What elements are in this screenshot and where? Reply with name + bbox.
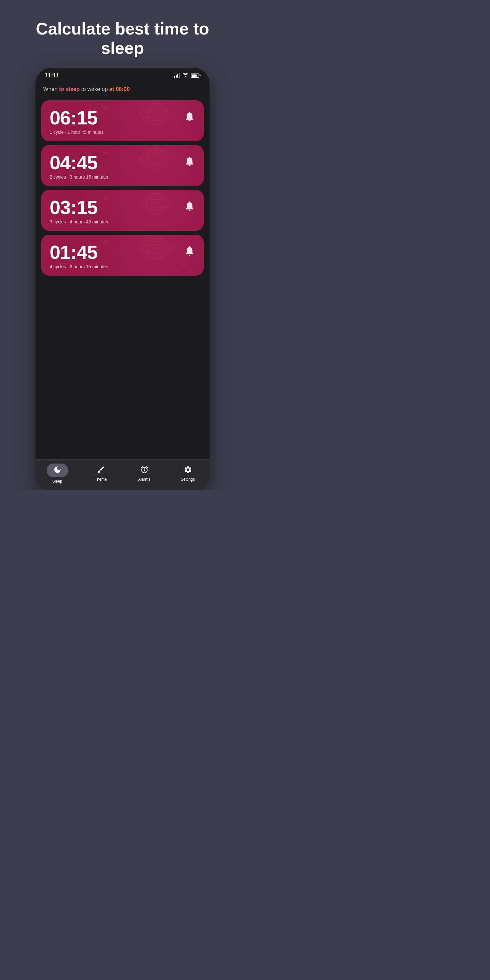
status-icons (174, 73, 200, 78)
alarm-icon (140, 466, 149, 475)
subtitle-text: When to sleep to wake up at 08:00 (43, 86, 202, 92)
card-bell-4 (184, 245, 196, 259)
card-cycles-1: 1 cycle · 1 hour 45 minutes (49, 130, 196, 135)
nav-icon-wrap-sleep (47, 464, 68, 477)
nav-label-theme: Theme (95, 477, 107, 482)
sleep-card-4[interactable]: 01:45 4 cycles · 6 hours 15 minutes (41, 235, 204, 275)
nav-item-alarms[interactable]: Alarms (123, 466, 166, 482)
card-cycles-3: 3 cycles · 4 hours 45 minutes (49, 219, 196, 224)
card-time-3: 03:15 (49, 196, 97, 219)
status-time: 11:11 (45, 72, 59, 79)
card-bell-3 (184, 200, 196, 215)
moon-icon (53, 466, 62, 475)
nav-label-alarms: Alarms (138, 477, 150, 482)
subtitle-bar: When to sleep to wake up at 08:00 (35, 81, 210, 98)
nav-icon-wrap-alarms (140, 466, 149, 475)
card-bell-1 (184, 111, 196, 125)
cards-container: 06:15 1 cycle · 1 hour 45 minutes (35, 98, 210, 460)
nav-item-sleep[interactable]: Sleep (35, 464, 79, 484)
page-title: Calculate best time to sleep (0, 0, 245, 68)
phone-frame: 11:11 When to sleep to wake up at 08:00 (35, 68, 210, 490)
card-cycles-4: 4 cycles · 6 hours 15 minutes (49, 264, 196, 269)
card-time-2: 04:45 (49, 151, 97, 174)
sleep-card-2[interactable]: 04:45 2 cycles · 3 hours 15 minutes (41, 145, 204, 186)
nav-item-theme[interactable]: Theme (79, 466, 123, 482)
card-bell-2 (184, 155, 196, 170)
card-time-1: 06:15 (49, 107, 97, 129)
card-time-4: 01:45 (49, 241, 97, 263)
battery-icon (191, 73, 200, 78)
nav-label-settings: Settings (181, 477, 195, 482)
bottom-nav: Sleep Theme Alarms (35, 460, 210, 490)
wifi-icon (183, 73, 188, 78)
sleep-card-3[interactable]: 03:15 3 cycles · 4 hours 45 minutes (41, 190, 204, 231)
nav-label-sleep: Sleep (52, 479, 62, 484)
sleep-card-1[interactable]: 06:15 1 cycle · 1 hour 45 minutes (41, 100, 204, 141)
gear-icon (184, 466, 192, 475)
status-bar: 11:11 (35, 68, 210, 81)
nav-icon-wrap-theme (97, 466, 105, 475)
brush-icon (97, 466, 105, 475)
nav-item-settings[interactable]: Settings (166, 466, 210, 482)
card-cycles-2: 2 cycles · 3 hours 15 minutes (49, 174, 196, 180)
signal-icon (174, 73, 180, 78)
nav-icon-wrap-settings (184, 466, 192, 475)
